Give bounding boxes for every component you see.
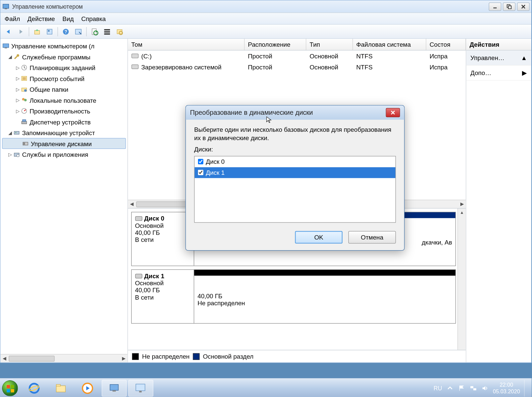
menu-action[interactable]: Действие — [27, 15, 55, 22]
help-button[interactable]: ? — [60, 26, 71, 37]
expand-icon[interactable]: ▷ — [15, 76, 21, 81]
svg-rect-5 — [35, 30, 40, 34]
tree-group-services[interactable]: ▷Службы и приложения — [1, 149, 127, 160]
up-button[interactable] — [32, 26, 43, 37]
detail-view-button[interactable] — [73, 26, 84, 37]
col-layout[interactable]: Расположение — [245, 39, 306, 50]
tree-item-scheduler[interactable]: ▷Планировщик заданий — [1, 62, 127, 73]
dialog-close-button[interactable] — [386, 108, 400, 117]
language-indicator[interactable]: RU — [434, 385, 442, 392]
tree-group-utilities[interactable]: ◢ Служебные программы — [1, 51, 127, 62]
chevron-right-icon: ▶ — [522, 69, 527, 77]
collapse-icon[interactable]: ◢ — [7, 54, 13, 59]
actions-item-manage[interactable]: Управлен… ▲ — [466, 50, 531, 65]
tray-chevron-icon[interactable] — [446, 385, 454, 392]
show-desktop-button[interactable] — [524, 380, 529, 397]
taskbar-compmgmt[interactable] — [102, 380, 127, 397]
disk-block[interactable]: Диск 1 Основной 40,00 ГБ В сети 40,00 ГБ… — [131, 270, 456, 324]
svg-rect-4 — [508, 6, 511, 9]
settings-button[interactable] — [114, 26, 125, 37]
dialog-list[interactable]: Диск 0 Диск 1 — [194, 156, 396, 223]
menu-file[interactable]: Файл — [5, 15, 20, 22]
menu-help[interactable]: Справка — [81, 15, 106, 22]
titlebar[interactable]: Управление компьютером — [0, 0, 531, 13]
wmp-icon — [81, 382, 94, 395]
list-button[interactable] — [102, 26, 113, 37]
properties-button[interactable] — [44, 26, 55, 37]
network-icon[interactable] — [470, 385, 477, 392]
svg-rect-23 — [23, 78, 26, 78]
taskbar[interactable]: RU 22:00 05.03.2020 — [0, 378, 532, 397]
expand-icon[interactable]: ▷ — [15, 97, 21, 103]
tree-item-events[interactable]: ▷Просмотр событий — [1, 73, 127, 84]
svg-point-28 — [24, 99, 27, 101]
col-volume[interactable]: Том — [128, 39, 245, 50]
tree-item-users[interactable]: ▷Локальные пользовате — [1, 95, 127, 106]
disk-vscroll[interactable]: ▲ — [458, 209, 466, 350]
clock-icon — [20, 64, 28, 71]
col-type[interactable]: Тип — [306, 39, 353, 50]
close-icon — [390, 110, 396, 116]
tree-group-storage[interactable]: ◢Запоминающие устройст — [1, 127, 127, 138]
chevron-up-icon: ▲ — [521, 54, 527, 61]
expand-icon[interactable]: ▷ — [15, 65, 21, 70]
hdd-icon — [135, 216, 143, 222]
svg-rect-1 — [5, 8, 7, 9]
close-button[interactable] — [517, 2, 530, 11]
scroll-right-icon[interactable]: ▶ — [458, 201, 466, 208]
disk-checkbox[interactable] — [198, 170, 203, 175]
disk-partition[interactable]: 40,00 ГБ Не распределен — [194, 270, 456, 323]
perf-icon — [20, 107, 28, 115]
forward-button[interactable] — [15, 26, 26, 37]
back-button[interactable] — [3, 26, 14, 37]
flag-icon[interactable] — [458, 385, 466, 392]
scroll-right-icon[interactable]: ▶ — [120, 355, 128, 362]
dialog-titlebar[interactable]: Преобразование в динамические диски — [186, 105, 404, 120]
disk-checkbox[interactable] — [198, 159, 203, 164]
svg-rect-30 — [22, 121, 27, 124]
tools-icon — [13, 53, 21, 61]
svg-rect-22 — [22, 76, 27, 81]
taskbar-clock[interactable]: 22:00 05.03.2020 — [493, 382, 520, 395]
tree-item-devmgr[interactable]: Диспетчер устройств — [1, 116, 127, 127]
tree-item-perf[interactable]: ▷Производительность — [1, 105, 127, 116]
cancel-button[interactable]: Отмена — [348, 231, 396, 244]
services-icon — [13, 150, 21, 158]
menu-view[interactable]: Вид — [62, 15, 74, 22]
volume-row[interactable]: Зарезервировано системой Простой Основно… — [128, 61, 466, 72]
tree-item-diskmgmt[interactable]: Управление дисками — [2, 138, 126, 149]
svg-rect-45 — [11, 389, 14, 392]
volume-icon[interactable] — [481, 385, 489, 392]
expand-icon[interactable]: ▷ — [7, 151, 13, 157]
tree-root[interactable]: Управление компьютером (л — [1, 40, 127, 51]
taskbar-explorer[interactable] — [48, 380, 73, 397]
taskbar-wmp[interactable] — [75, 380, 100, 397]
svg-rect-51 — [110, 385, 118, 391]
col-fs[interactable]: Файловая система — [353, 39, 426, 50]
svg-rect-2 — [493, 7, 497, 8]
volume-row[interactable]: (C:) Простой Основной NTFS Испра — [128, 50, 466, 61]
scroll-left-icon[interactable]: ◀ — [128, 201, 136, 208]
tree-pane: Управление компьютером (л ◢ Служебные пр… — [0, 39, 128, 362]
ok-button[interactable]: OK — [295, 231, 343, 244]
tree-hscroll[interactable]: ◀ ▶ — [0, 354, 127, 362]
scroll-left-icon[interactable]: ◀ — [0, 355, 8, 362]
dialog-list-item[interactable]: Диск 0 — [195, 156, 396, 167]
taskbar-app[interactable] — [128, 380, 153, 397]
system-tray[interactable]: RU 22:00 05.03.2020 — [434, 380, 532, 397]
taskbar-ie[interactable] — [22, 380, 47, 397]
dialog-list-item[interactable]: Диск 1 — [195, 167, 396, 178]
drive-icon — [131, 53, 139, 59]
expand-icon[interactable]: ▷ — [15, 108, 21, 113]
maximize-button[interactable] — [503, 2, 516, 11]
disk-legend: Не распределен Основной раздел — [128, 350, 466, 363]
minimize-button[interactable] — [489, 2, 501, 11]
refresh-button[interactable] — [89, 26, 100, 37]
collapse-icon[interactable]: ◢ — [7, 130, 13, 135]
expand-icon[interactable]: ▷ — [15, 86, 21, 92]
actions-item-more[interactable]: Допо… ▶ — [466, 65, 531, 80]
col-status[interactable]: Состоя — [426, 39, 466, 50]
svg-rect-32 — [14, 131, 19, 134]
start-button[interactable] — [0, 378, 20, 397]
tree-item-shares[interactable]: ▷Общие папки — [1, 84, 127, 95]
